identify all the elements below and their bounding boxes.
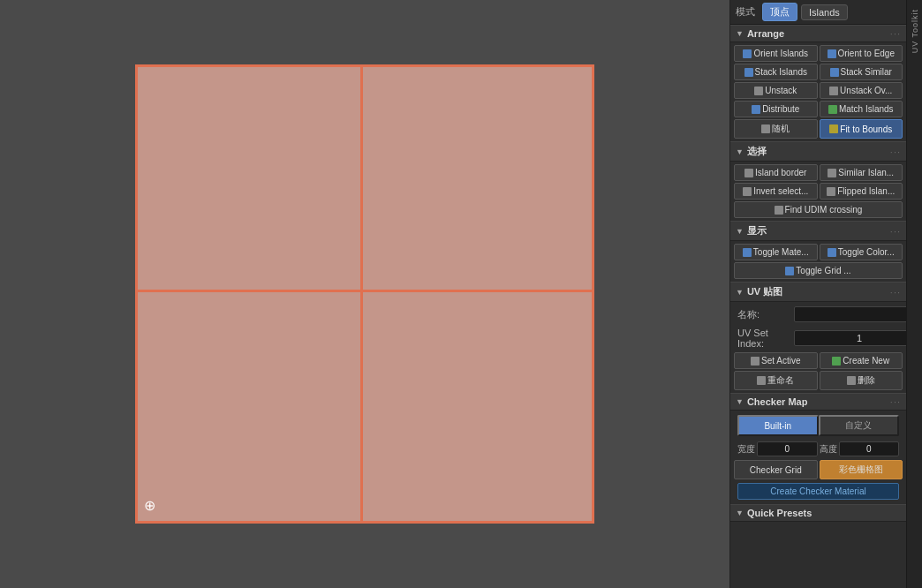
right-panel-wrapper: 模式 顶点 Islands ▼ Arrange ··· Orient Islan… [729,0,922,588]
orient-to-edge-btn[interactable]: Orient to Edge [820,45,903,62]
quick-presets-title: Quick Presets [747,508,812,518]
delete-icon [847,376,856,385]
unstack-ov-btn[interactable]: Unstack Ov... [820,82,903,99]
set-active-btn[interactable]: Set Active [734,352,818,369]
arrange-row-1: Orient Islands Orient to Edge [734,45,903,62]
arrange-dots: ··· [890,28,901,39]
uvmap-section-header[interactable]: ▼ UV 贴图 ··· [730,282,906,302]
create-new-btn[interactable]: Create New [820,352,903,369]
find-udim-btn[interactable]: Find UDIM crossing [734,201,903,218]
mode-bar: 模式 顶点 Islands [730,0,906,25]
random-btn[interactable]: 随机 [734,119,818,139]
v-gridline-1 [360,64,363,524]
unstack-ov-icon [829,87,838,95]
quick-presets-arrow: ▼ [736,509,744,517]
display-dots: ··· [890,226,901,237]
uvmap-row-1: Set Active Create New [734,352,903,369]
arrange-row-4: Distribute Match Islands [734,101,903,117]
arrange-section-header[interactable]: ▼ Arrange ··· [730,25,906,42]
select-section-header[interactable]: ▼ 选择 ··· [730,141,906,162]
h-gridline-bottom [135,521,594,524]
uvmap-fields: 名称: UV Set Index: Set Active Create New [730,302,906,393]
stack-islands-btn[interactable]: Stack Islands [734,64,818,80]
checker-height-label: 高度 [820,443,837,456]
display-row-1: Toggle Mate... Toggle Color... [734,244,903,260]
toggle-mate-icon [743,248,752,257]
display-buttons: Toggle Mate... Toggle Color... Toggle Gr… [730,241,906,282]
toggle-color-icon [828,248,836,257]
udim-icon [775,206,783,215]
toggle-color-btn[interactable]: Toggle Color... [820,244,903,260]
v-gridline-right [592,64,594,524]
fit-to-bounds-btn[interactable]: Fit to Bounds [820,119,903,139]
stack-similar-btn[interactable]: Stack Similar [820,64,903,80]
match-islands-icon [828,105,837,114]
checker-grid-label: Checker Grid [734,460,818,479]
mode-islands-btn[interactable]: Islands [801,4,848,20]
checker-grid-row: Checker Grid 彩色栅格图 [734,460,903,479]
checker-width-input[interactable] [757,441,818,456]
quick-presets-header[interactable]: ▼ Quick Presets [730,504,906,522]
uvmap-index-label: UV Set Index: [737,328,790,349]
checker-section-header[interactable]: ▼ Checker Map ··· [730,393,906,411]
right-panel: 模式 顶点 Islands ▼ Arrange ··· Orient Islan… [729,0,906,588]
distribute-btn[interactable]: Distribute [734,101,818,117]
toolkit-label[interactable]: UV Toolkit [911,4,919,58]
toolkit-sidebar[interactable]: UV Toolkit [906,0,922,588]
arrange-title: Arrange [747,28,784,39]
crosshair: ⊕ [144,497,162,515]
display-section-header[interactable]: ▼ 显示 ··· [730,221,906,241]
canvas-area: ⊕ [0,0,729,588]
distribute-icon [752,105,760,114]
uv-canvas[interactable]: ⊕ [135,64,594,524]
toggle-mate-btn[interactable]: Toggle Mate... [734,244,818,260]
checker-grid-btn[interactable]: 彩色栅格图 [820,460,903,479]
checker-dots: ··· [890,396,901,407]
toggle-grid-btn[interactable]: Toggle Grid ... [734,262,903,279]
mode-vertex-btn[interactable]: 顶点 [762,3,797,21]
similar-islands-icon [828,169,836,177]
select-row-1: Island border Similar Islan... [734,164,903,181]
checker-width-label: 宽度 [737,443,755,456]
stack-similar-icon [830,68,839,77]
arrange-row-3: Unstack Unstack Ov... [734,82,903,99]
similar-islands-btn[interactable]: Similar Islan... [820,164,903,181]
fit-bounds-icon [829,124,838,133]
checker-height-input[interactable] [839,441,900,456]
stack-islands-icon [744,68,753,77]
checker-custom-tab[interactable]: 自定义 [819,415,900,436]
v-gridline-left [135,64,138,524]
flipped-islands-btn[interactable]: Flipped Islan... [820,183,903,200]
island-border-btn[interactable]: Island border [734,164,818,181]
invert-select-icon [743,187,752,196]
orient-islands-btn[interactable]: Orient Islands [734,45,818,62]
uv-grid [135,64,594,524]
random-icon [761,124,770,133]
arrange-row-5: 随机 Fit to Bounds [734,119,903,139]
create-checker-material-btn[interactable]: Create Checker Material [737,483,899,500]
uvmap-name-input[interactable] [794,306,906,322]
invert-select-btn[interactable]: Invert select... [734,183,818,200]
select-title: 选择 [747,145,767,158]
delete-btn[interactable]: 删除 [820,371,903,390]
display-row-2: Toggle Grid ... [734,262,903,279]
unstack-btn[interactable]: Unstack [734,82,818,99]
checker-builtin-tab[interactable]: Built-in [737,415,819,436]
checker-title: Checker Map [747,396,807,407]
select-dots: ··· [890,147,901,157]
uvmap-title: UV 贴图 [747,285,782,298]
select-row-3: Find UDIM crossing [734,201,903,218]
rename-btn[interactable]: 重命名 [734,371,818,390]
match-islands-btn[interactable]: Match Islands [820,101,903,117]
checker-arrow: ▼ [736,397,744,406]
select-row-2: Invert select... Flipped Islan... [734,183,903,200]
checker-tabs: Built-in 自定义 [734,413,903,438]
uvmap-index-input[interactable] [794,330,906,346]
unstack-icon [754,87,763,95]
display-title: 显示 [747,224,767,237]
select-buttons: Island border Similar Islan... Invert se… [730,162,906,221]
h-gridline-1 [135,290,594,292]
uvmap-index-row: UV Set Index: [734,326,903,351]
arrange-buttons: Orient Islands Orient to Edge Stack Isla… [730,42,906,141]
checker-dimensions: 宽度 高度 [734,440,903,458]
